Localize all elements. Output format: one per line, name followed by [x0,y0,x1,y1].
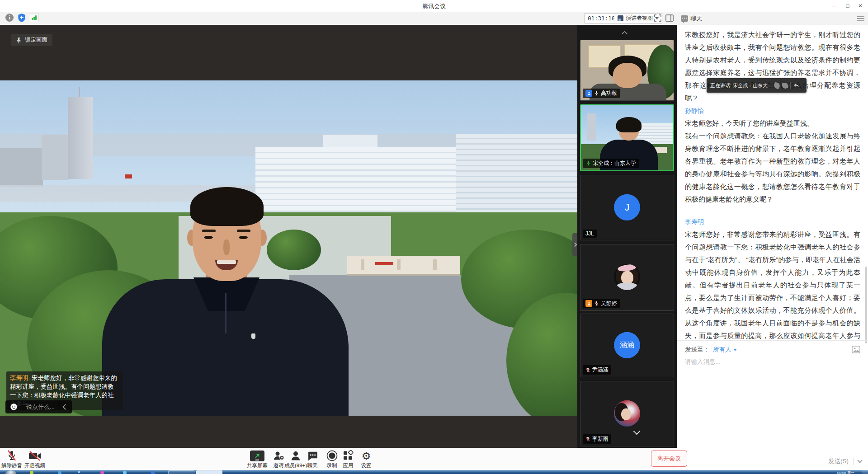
minimize-button[interactable]: ─ [827,0,841,12]
caption-speaker-name: 李寿明: [10,375,30,381]
send-button[interactable]: 发送(S) [828,457,849,465]
participant-tile-jjl[interactable]: J JJL [580,175,674,240]
send-button-group: 发送(S) [828,457,862,465]
view-mode-label: 演讲者视图 [626,14,653,22]
maximize-button[interactable]: □ [841,0,854,12]
clap-icon[interactable] [782,82,788,89]
quick-chat-bar[interactable]: 说点什么... [5,400,72,413]
security-shield-icon[interactable] [17,13,26,23]
active-speaker-banner: 正在讲话: 宋全成：山东大... [707,78,807,93]
taskbar-app-icon[interactable] [123,471,127,474]
network-quality-icon[interactable] [29,13,39,22]
chat-message: 孙静怡 宋老师您好，今天听了您的讲座受益匪浅。 我有一个问题想请教您：在我国人口… [685,104,860,206]
leave-meeting-button[interactable]: 离开会议 [651,451,687,467]
host-person-icon [585,90,592,97]
main-video-stage: 锁定画面 李寿明: 宋老师您好，非常感谢您带来的精彩讲座，受益匪浅。有个问题想请… [0,25,577,448]
participant-tile-lixinyu[interactable]: 李新雨 [580,381,674,446]
chat-bubble-icon [681,15,688,22]
chevron-right-icon [573,242,577,247]
speaker-view-icon [618,15,623,21]
mic-muted-icon [585,436,590,442]
title-bar: 腾讯会议 ─ □ ✕ [0,0,868,12]
taskbar-app-icon[interactable] [30,471,33,474]
participant-name: 李新雨 [592,435,609,443]
chat-sender-name: 孙静怡 [685,104,860,117]
participant-name: 尹涵涵 [592,366,609,374]
taskbar-window-button[interactable] [168,470,194,474]
speaker-zipper [225,293,226,333]
avatar-shirt [617,283,637,290]
start-video-label: 开启视频 [19,462,51,469]
mic-speaking-icon [586,160,591,166]
attendee-person-icon [585,300,592,307]
tall-tower [68,97,93,179]
speaker-eye [239,236,248,239]
chat-sender-name: 李寿明 [685,216,860,228]
close-button[interactable]: ✕ [854,0,867,12]
collapse-left-icon[interactable] [62,404,68,410]
show-desktop-button[interactable] [862,470,868,474]
taskbar-app-icon[interactable] [151,471,155,474]
avatar: 涵涵 [614,332,640,358]
chat-message-text: 宋教授您好，我是济大社会学研一的学生，刚才听过您的讲座之后收获颇丰，我有个问题想… [685,28,860,104]
participant-tile-wujingting[interactable]: 吴静婷 [580,244,674,311]
avatar [614,264,640,290]
taskbar-app-icon[interactable] [78,471,80,473]
side-panel-toggle-icon[interactable] [665,14,674,22]
settings-label: 设置 [350,462,382,469]
mic-muted-icon [585,367,590,373]
camera-off-icon [19,450,51,461]
divider [22,400,22,413]
participant-name-tag: 尹涵涵 [583,365,611,375]
chat-menu-icon[interactable] [857,15,864,21]
avatar: J [614,194,640,220]
taskbar-clock: 00:06 周一 [837,470,854,474]
reply-arrow-icon[interactable] [793,82,800,89]
avatar [614,400,640,426]
taskbar-window-button-active[interactable] [196,470,222,474]
chat-scrollbar[interactable] [865,267,867,343]
lock-view-button[interactable]: 锁定画面 [11,34,52,46]
taskbar-app-icon[interactable] [58,471,61,474]
chat-panel-title: 聊天 [690,14,702,23]
active-speaker-label: 正在讲话: 宋全成：山东大... [710,82,772,89]
meeting-info-icon[interactable]: i [5,14,14,22]
settings-button[interactable]: ⚙ 设置 [350,450,382,469]
scroll-up-icon[interactable] [622,31,627,37]
lock-view-label: 锁定画面 [25,36,47,44]
window-title: 腾讯会议 [0,2,868,10]
start-orb[interactable] [5,470,16,474]
participant-tile-yinhanhan[interactable]: 涵涵 尹涵涵 [580,314,674,377]
fullscreen-icon[interactable] [654,14,662,22]
speaker-nose [223,239,230,255]
quick-chat-placeholder[interactable]: 说点什么... [26,403,55,411]
participant-name-tag: 宋全成：山东大学 [583,159,639,168]
participant-name-tag: JJL [583,230,597,238]
mic-muted-icon [594,300,599,306]
trees [267,230,321,270]
meeting-toolbar: 解除静音 开启视频 共享屏幕 邀请 [0,448,677,470]
chat-panel-header: 聊天 [681,12,702,25]
chat-message: 李寿明 宋老师您好，非常感谢您带来的精彩讲座，受益匪浅。有个问题想请教一下您：积… [685,216,860,340]
chat-input-placeholder[interactable]: 请输入消息... [685,358,721,366]
chat-message-text: 宋老师您好，今天听了您的讲座受益匪浅。 [685,117,860,130]
sidebar-collapse-handle[interactable] [572,233,577,256]
emoji-smiley-icon[interactable] [10,403,18,411]
taskbar-app-icon[interactable] [100,471,104,474]
speaker-eyebrow [237,230,250,232]
participant-name: JJL [585,230,594,237]
chat-message: 宋教授您好，我是济大社会学研一的学生，刚才听过您的讲座之后收获颇丰，我有个问题想… [685,28,860,104]
speaker-teeth [217,260,236,264]
gear-icon: ⚙ [350,450,382,461]
participant-tile-songquancheng[interactable]: 宋全成：山东大学 [580,104,674,171]
campus-video-feed [0,80,577,416]
participant-name: 宋全成：山东大学 [593,160,636,167]
participant-tile-gaogongjing[interactable]: 高功敬 [580,40,674,101]
chat-message-text: 宋老师您好，非常感谢您带来的精彩讲座，受益匪浅。有个问题想请教一下您：积极老龄化… [685,228,860,340]
participant-strip: 高功敬 宋全成：山东大学 J JJL [577,25,677,448]
tencent-meeting-window: 腾讯会议 ─ □ ✕ i 01:31:10 演讲者视图 聊天 [0,0,868,474]
start-video-button[interactable]: 开启视频 [19,450,51,469]
send-options-chevron[interactable] [857,458,862,463]
clap-icon[interactable] [774,82,781,89]
avatar-face [621,408,631,420]
